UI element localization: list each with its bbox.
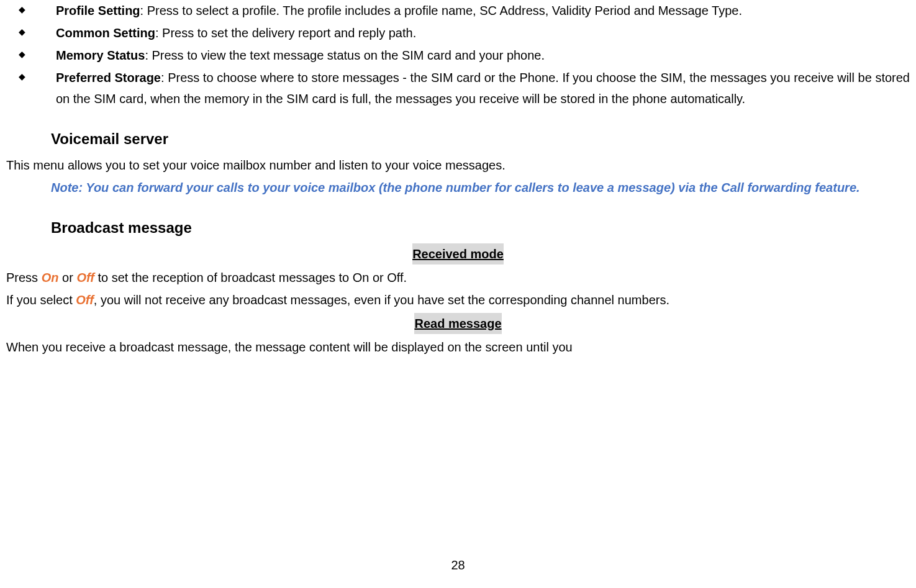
bullet-content: Profile Setting: Press to select a profi… xyxy=(56,0,910,21)
bullet-content: Common Setting: Press to set the deliver… xyxy=(56,22,910,43)
received-mode-line1: Press On or Off to set the reception of … xyxy=(6,267,910,288)
received-mode-heading-wrapper: Received mode xyxy=(6,243,910,265)
page-number: 28 xyxy=(451,554,465,576)
read-message-body: When you receive a broadcast message, th… xyxy=(6,337,910,358)
bullet-rest: : Press to choose where to store message… xyxy=(56,71,910,106)
bullet-bold: Common Setting xyxy=(56,26,155,40)
text-pre: If you select xyxy=(6,293,76,307)
read-message-heading-wrapper: Read message xyxy=(6,313,910,334)
off-text: Off xyxy=(76,271,94,284)
bullet-content: Memory Status: Press to view the text me… xyxy=(56,45,910,66)
bullet-item-preferred-storage: ◆ Preferred Storage: Press to choose whe… xyxy=(6,67,910,109)
bullet-rest: : Press to set the delivery report and r… xyxy=(155,26,416,40)
text-post: , you will not receive any broadcast mes… xyxy=(94,293,669,307)
bullet-marker-icon: ◆ xyxy=(6,0,56,21)
bullet-marker-icon: ◆ xyxy=(6,67,56,109)
text-pre: Press xyxy=(6,271,42,284)
read-message-heading: Read message xyxy=(414,313,501,334)
bullet-bold: Memory Status xyxy=(56,48,145,62)
bullet-marker-icon: ◆ xyxy=(6,22,56,43)
bullet-rest: : Press to view the text message status … xyxy=(145,48,545,62)
received-mode-heading: Received mode xyxy=(412,243,504,265)
bullet-item-profile-setting: ◆ Profile Setting: Press to select a pro… xyxy=(6,0,910,21)
bullet-bold: Preferred Storage xyxy=(56,71,161,84)
bullet-list: ◆ Profile Setting: Press to select a pro… xyxy=(6,0,910,109)
bullet-item-common-setting: ◆ Common Setting: Press to set the deliv… xyxy=(6,22,910,43)
voicemail-body: This menu allows you to set your voice m… xyxy=(6,155,910,176)
bullet-rest: : Press to select a profile. The profile… xyxy=(140,4,742,17)
voicemail-note: Note: You can forward your calls to your… xyxy=(51,177,910,198)
broadcast-message-heading: Broadcast message xyxy=(51,215,910,241)
bullet-bold: Profile Setting xyxy=(56,4,140,17)
on-text: On xyxy=(42,271,59,284)
text-post: to set the reception of broadcast messag… xyxy=(94,271,407,284)
received-mode-line2: If you select Off, you will not receive … xyxy=(6,289,910,310)
bullet-item-memory-status: ◆ Memory Status: Press to view the text … xyxy=(6,45,910,66)
text-mid: or xyxy=(58,271,76,284)
off-text: Off xyxy=(76,293,94,307)
bullet-marker-icon: ◆ xyxy=(6,45,56,66)
bullet-content: Preferred Storage: Press to choose where… xyxy=(56,67,910,109)
voicemail-server-heading: Voicemail server xyxy=(51,127,910,152)
